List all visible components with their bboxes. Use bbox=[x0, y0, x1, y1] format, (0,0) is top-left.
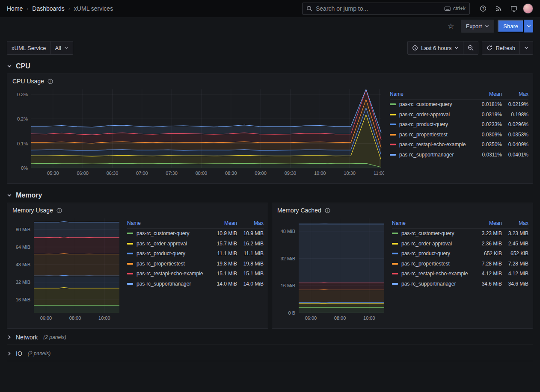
svg-text:0.1%: 0.1% bbox=[17, 141, 28, 146]
svg-text:06:30: 06:30 bbox=[107, 171, 119, 176]
svg-text:0.2%: 0.2% bbox=[17, 116, 28, 121]
svg-text:05:30: 05:30 bbox=[47, 171, 59, 176]
series-color-swatch bbox=[390, 154, 396, 156]
legend-row[interactable]: pas-rc_customer-query10.9 MiB10.9 MiB bbox=[127, 229, 264, 239]
refresh-button[interactable]: Refresh bbox=[482, 41, 519, 54]
chevron-down-icon bbox=[7, 193, 12, 198]
section-title: Memory bbox=[16, 192, 42, 199]
svg-text:09:30: 09:30 bbox=[285, 171, 297, 176]
legend-row[interactable]: pas-rc_product-query652 KiB652 KiB bbox=[392, 249, 528, 259]
section-header-memory[interactable]: Memory bbox=[7, 192, 533, 199]
legend-row[interactable]: pas-rc_propertiestest19.8 MiB19.8 MiB bbox=[127, 259, 264, 269]
legend-row[interactable]: pas-rc_propertiestest0.0309%0.0353% bbox=[390, 130, 528, 140]
zoom-out-icon bbox=[468, 45, 474, 51]
series-color-swatch bbox=[392, 233, 398, 234]
chevron-down-icon bbox=[454, 46, 459, 50]
panel-memory-cached: Memory Cached i 0 B16 MiB32 MiB48 MiB06:… bbox=[272, 203, 533, 329]
svg-text:i: i bbox=[50, 80, 51, 83]
breadcrumb-separator: › bbox=[68, 6, 70, 12]
legend-row[interactable]: pas-rc_restapi-echo-example0.0350%0.0409… bbox=[390, 140, 528, 150]
svg-text:06:00: 06:00 bbox=[77, 171, 89, 176]
cpu-usage-legend: NameMeanMaxpas-rc_customer-query0.0181%0… bbox=[384, 89, 528, 177]
legend-header[interactable]: NameMeanMax bbox=[392, 218, 528, 229]
svg-text:08:30: 08:30 bbox=[225, 171, 237, 176]
panel-title: Memory Usage bbox=[12, 207, 53, 214]
monitor-icon[interactable] bbox=[507, 2, 520, 15]
legend-header[interactable]: NameMeanMax bbox=[390, 89, 528, 100]
legend-row[interactable]: pas-rc_supportmanager34.6 MiB34.6 MiB bbox=[392, 279, 528, 289]
panel-title-row[interactable]: Memory Cached i bbox=[272, 203, 533, 215]
legend-row[interactable]: pas-rc_product-query0.0233%0.0296% bbox=[390, 120, 528, 130]
search-icon bbox=[306, 6, 312, 12]
cpu-usage-chart[interactable]: 0%0.1%0.2%0.3%05:3006:0006:3007:0007:300… bbox=[12, 86, 384, 177]
refresh-interval-dropdown[interactable] bbox=[519, 41, 533, 54]
svg-text:10:00: 10:00 bbox=[98, 315, 110, 321]
section-header-io[interactable]: IO (2 panels) bbox=[7, 350, 533, 361]
svg-text:10:00: 10:00 bbox=[363, 315, 375, 321]
panel-title-row[interactable]: CPU Usage i bbox=[7, 74, 533, 86]
help-icon[interactable]: ? bbox=[477, 2, 490, 15]
legend-row[interactable]: pas-rc_restapi-echo-example15.1 MiB15.1 … bbox=[127, 269, 264, 279]
breadcrumb-home[interactable]: Home bbox=[7, 5, 23, 12]
svg-text:?: ? bbox=[482, 6, 484, 11]
grafana-app: Home › Dashboards › xUML services ctrl+k… bbox=[0, 0, 540, 392]
breadcrumb-separator: › bbox=[27, 6, 28, 12]
breadcrumb-dashboards[interactable]: Dashboards bbox=[32, 5, 65, 12]
section-header-cpu[interactable]: CPU bbox=[7, 62, 533, 70]
memory-usage-chart[interactable]: 16 MiB32 MiB48 MiB64 MiB80 MiB06:0008:00… bbox=[12, 215, 122, 322]
top-navbar: Home › Dashboards › xUML services ctrl+k… bbox=[0, 0, 540, 17]
legend-row[interactable]: pas-rc_supportmanager14.0 MiB14.0 MiB bbox=[127, 279, 264, 289]
time-picker-group: Last 6 hours bbox=[407, 41, 479, 55]
svg-text:32 MiB: 32 MiB bbox=[16, 280, 30, 285]
info-icon: i bbox=[325, 208, 330, 213]
series-color-swatch bbox=[127, 273, 133, 274]
legend-row[interactable]: pas-rc_supportmanager0.0311%0.0401% bbox=[390, 150, 528, 160]
variable-value-dropdown[interactable]: All bbox=[50, 41, 72, 54]
memory-cached-legend: NameMeanMaxpas-rc_customer-query3.23 MiB… bbox=[387, 218, 528, 322]
breadcrumb-current-page: xUML services bbox=[74, 5, 113, 12]
legend-header[interactable]: NameMeanMax bbox=[127, 218, 264, 229]
svg-text:i: i bbox=[327, 209, 328, 212]
legend-row[interactable]: pas-rc_customer-query3.23 MiB3.23 MiB bbox=[392, 229, 528, 239]
chevron-down-icon bbox=[64, 46, 68, 50]
search-input[interactable]: ctrl+k bbox=[302, 3, 470, 15]
export-button[interactable]: Export bbox=[461, 20, 495, 32]
zoom-out-button[interactable] bbox=[463, 41, 478, 54]
panel-title: CPU Usage bbox=[12, 78, 44, 85]
legend-row[interactable]: pas-rc_restapi-echo-example4.12 MiB4.12 … bbox=[392, 269, 528, 279]
panel-count-note: (2 panels) bbox=[28, 351, 50, 357]
legend-row[interactable]: pas-rc_order-approval2.36 MiB2.45 MiB bbox=[392, 239, 528, 249]
share-button[interactable]: Share bbox=[498, 20, 524, 32]
chevron-right-icon bbox=[7, 351, 12, 356]
svg-text:64 MiB: 64 MiB bbox=[16, 245, 30, 250]
time-range-picker[interactable]: Last 6 hours bbox=[408, 41, 463, 54]
memory-cached-chart[interactable]: 0 B16 MiB32 MiB48 MiB06:0008:0010:00 bbox=[276, 215, 387, 322]
section-title: IO bbox=[16, 350, 22, 357]
memory-usage-legend: NameMeanMaxpas-rc_customer-query10.9 MiB… bbox=[122, 218, 264, 322]
legend-row[interactable]: pas-rc_propertiestest7.28 MiB7.28 MiB bbox=[392, 259, 528, 269]
legend-row[interactable]: pas-rc_customer-query0.0181%0.0219% bbox=[390, 100, 528, 110]
legend-row[interactable]: pas-rc_order-approval15.7 MiB16.2 MiB bbox=[127, 239, 264, 249]
panel-count-note: (2 panels) bbox=[43, 334, 66, 340]
rss-news-icon[interactable] bbox=[492, 2, 505, 15]
share-dropdown-caret[interactable] bbox=[524, 20, 533, 32]
section-title: Network bbox=[16, 334, 38, 341]
svg-text:07:00: 07:00 bbox=[136, 171, 148, 176]
panel-title-row[interactable]: Memory Usage i bbox=[7, 203, 268, 215]
series-color-swatch bbox=[390, 134, 396, 136]
search-field[interactable] bbox=[316, 5, 441, 12]
svg-text:06:00: 06:00 bbox=[305, 315, 317, 321]
star-icon[interactable]: ☆ bbox=[445, 20, 457, 32]
series-color-swatch bbox=[390, 103, 396, 105]
series-color-swatch bbox=[390, 144, 396, 145]
legend-row[interactable]: pas-rc_product-query11.1 MiB11.1 MiB bbox=[127, 249, 264, 259]
info-icon: i bbox=[56, 208, 62, 213]
user-avatar[interactable] bbox=[523, 3, 533, 14]
breadcrumb: Home › Dashboards › xUML services bbox=[7, 5, 113, 12]
variable-control: xUML Service All bbox=[7, 41, 73, 55]
section-header-network[interactable]: Network (2 panels) bbox=[7, 334, 533, 345]
chevron-down-icon bbox=[527, 24, 531, 28]
legend-row[interactable]: pas-rc_order-approval0.0319%0.198% bbox=[390, 109, 528, 120]
svg-text:16 MiB: 16 MiB bbox=[16, 297, 30, 302]
svg-text:07:30: 07:30 bbox=[166, 171, 178, 176]
